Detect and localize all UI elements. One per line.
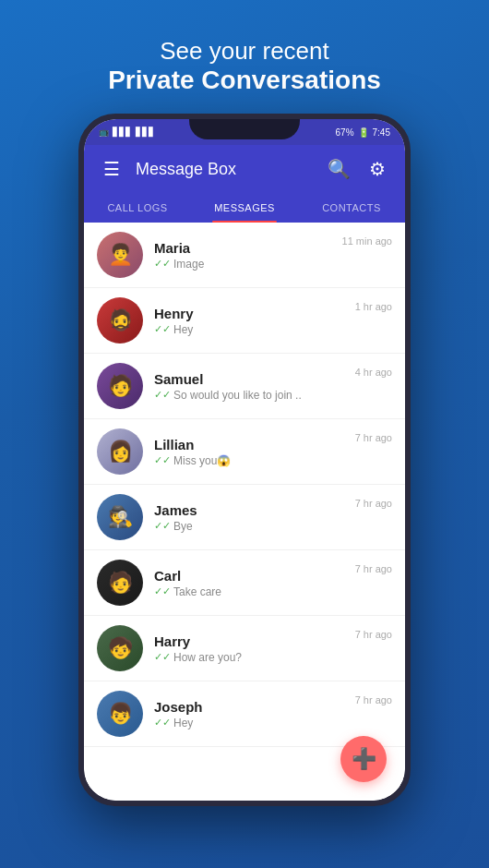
battery-percent: 67%: [336, 127, 354, 138]
battery-icon: 🔋: [358, 127, 369, 138]
contact-name: Harry: [154, 633, 344, 649]
carrier-icon: 📺: [99, 127, 109, 137]
list-item[interactable]: 🧑‍🦱 Maria ✓✓ Image 11 min ago: [84, 223, 405, 288]
notch: [189, 119, 300, 139]
avatar: 👦: [97, 691, 143, 737]
message-content: James ✓✓ Bye: [154, 502, 344, 533]
preview-text: How are you?: [173, 651, 242, 664]
tab-call-logs[interactable]: CALL LOGS: [84, 193, 191, 223]
clock: 7:45: [373, 127, 390, 138]
message-preview: ✓✓ Hey: [154, 323, 344, 336]
contact-name: Carl: [154, 568, 344, 584]
preview-text: Hey: [173, 717, 193, 729]
add-contact-fab[interactable]: ➕: [340, 736, 387, 782]
contact-name: Maria: [154, 240, 331, 256]
message-content: Henry ✓✓ Hey: [154, 306, 344, 336]
phone-frame: 📺 ▋▋▋ ▋▋▋ 67% 🔋 7:45 ☰ Message Box 🔍 ⚙ C…: [78, 114, 411, 806]
message-content: Maria ✓✓ Image: [154, 240, 331, 271]
avatar: 🧔: [97, 297, 143, 344]
settings-icon[interactable]: ⚙: [363, 154, 392, 184]
read-receipt-icon: ✓✓: [154, 323, 171, 335]
preview-text: Bye: [173, 520, 193, 533]
header-line1: See your recent: [108, 37, 381, 66]
message-time: 7 hr ago: [355, 625, 392, 640]
message-preview: ✓✓ Take care: [154, 585, 344, 598]
message-time: 1 hr ago: [355, 297, 392, 312]
menu-icon[interactable]: ☰: [97, 154, 126, 184]
messages-list: 🧑‍🦱 Maria ✓✓ Image 11 min ago 🧔 Henry ✓✓…: [84, 223, 405, 801]
read-receipt-icon: ✓✓: [154, 258, 171, 270]
status-right: 67% 🔋 7:45: [336, 127, 390, 138]
read-receipt-icon: ✓✓: [154, 717, 171, 729]
preview-text: So would you like to join ..: [173, 389, 302, 402]
avatar: 👩: [97, 428, 143, 475]
status-left: 📺 ▋▋▋ ▋▋▋: [99, 127, 155, 137]
tabs-bar: CALL LOGS MESSAGES CONTACTS: [84, 193, 405, 223]
message-preview: ✓✓ Hey: [154, 717, 344, 729]
contact-name: Joseph: [154, 699, 344, 715]
contact-name: Samuel: [154, 371, 344, 387]
message-content: Carl ✓✓ Take care: [154, 568, 344, 598]
contact-name: James: [154, 502, 344, 518]
read-receipt-icon: ✓✓: [154, 389, 171, 401]
list-item[interactable]: 🧔 Henry ✓✓ Hey 1 hr ago: [84, 288, 405, 354]
preview-text: Miss you😱: [173, 454, 231, 467]
list-item[interactable]: 👩 Lillian ✓✓ Miss you😱 7 hr ago: [84, 419, 405, 485]
list-item[interactable]: 🧒 Harry ✓✓ How are you? 7 hr ago: [84, 616, 405, 681]
header-line2: Private Conversations: [108, 66, 381, 95]
search-icon[interactable]: 🔍: [324, 154, 353, 184]
list-item[interactable]: 🧑 Carl ✓✓ Take care 7 hr ago: [84, 550, 405, 616]
message-content: Samuel ✓✓ So would you like to join ..: [154, 371, 344, 402]
avatar: 🧑‍🦱: [97, 232, 143, 278]
message-preview: ✓✓ Miss you😱: [154, 454, 344, 467]
read-receipt-icon: ✓✓: [154, 651, 171, 663]
contact-name: Henry: [154, 306, 344, 321]
message-content: Joseph ✓✓ Hey: [154, 699, 344, 729]
avatar: 🕵️: [97, 494, 143, 540]
message-preview: ✓✓ How are you?: [154, 651, 344, 664]
message-time: 7 hr ago: [355, 560, 392, 574]
contact-name: Lillian: [154, 437, 344, 452]
avatar: 🧑: [97, 560, 143, 606]
tab-contacts[interactable]: CONTACTS: [298, 193, 405, 223]
message-content: Harry ✓✓ How are you?: [154, 633, 344, 664]
message-time: 7 hr ago: [355, 691, 392, 705]
header-text: See your recent Private Conversations: [89, 0, 400, 114]
avatar: 🧑: [97, 363, 143, 409]
app-title: Message Box: [136, 160, 315, 179]
app-bar: ☰ Message Box 🔍 ⚙: [84, 145, 405, 193]
message-time: 7 hr ago: [355, 428, 392, 443]
signal-bars: ▋▋▋: [113, 127, 132, 137]
preview-text: Take care: [173, 585, 221, 598]
preview-text: Hey: [173, 323, 193, 336]
tab-messages[interactable]: MESSAGES: [191, 193, 298, 223]
message-time: 11 min ago: [342, 232, 392, 247]
list-item[interactable]: 🧑 Samuel ✓✓ So would you like to join ..…: [84, 354, 405, 419]
message-content: Lillian ✓✓ Miss you😱: [154, 437, 344, 467]
message-time: 7 hr ago: [355, 494, 392, 509]
read-receipt-icon: ✓✓: [154, 585, 171, 597]
signal-bars2: ▋▋▋: [136, 127, 155, 137]
avatar: 🧒: [97, 625, 143, 671]
message-preview: ✓✓ So would you like to join ..: [154, 389, 344, 402]
read-receipt-icon: ✓✓: [154, 454, 171, 466]
preview-text: Image: [173, 258, 204, 271]
read-receipt-icon: ✓✓: [154, 520, 171, 532]
message-time: 4 hr ago: [355, 363, 392, 378]
list-item[interactable]: 🕵️ James ✓✓ Bye 7 hr ago: [84, 485, 405, 550]
message-preview: ✓✓ Image: [154, 258, 331, 271]
add-contact-icon: ➕: [352, 747, 376, 771]
message-preview: ✓✓ Bye: [154, 520, 344, 533]
